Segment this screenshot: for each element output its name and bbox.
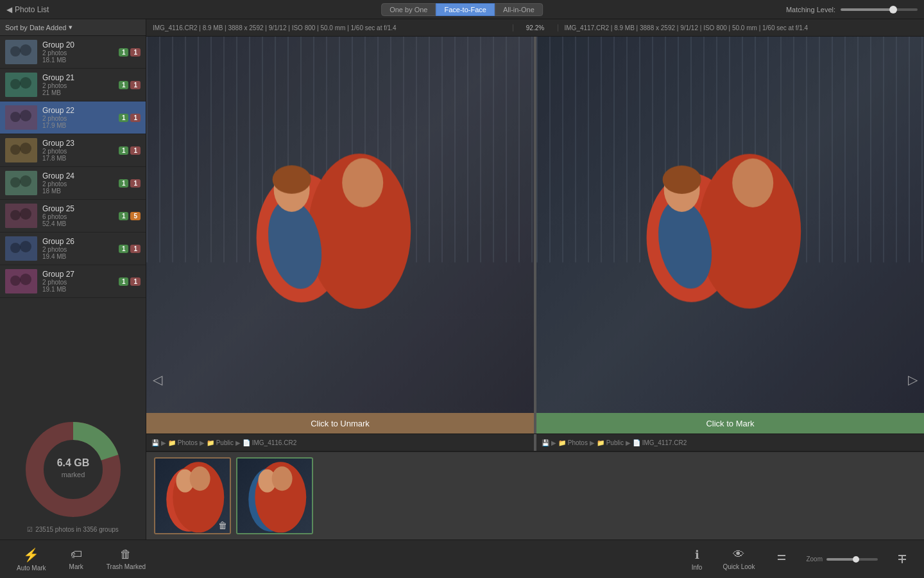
group-name-27: Group 27: [42, 270, 114, 279]
back-label: Photo List: [15, 5, 49, 14]
group-badges-23: 1 1: [119, 146, 141, 155]
zoom-decrease-button[interactable]: [766, 549, 797, 570]
match-percent: 92.2%: [513, 24, 558, 31]
zoom-increase-button[interactable]: [887, 549, 918, 570]
quick-look-button[interactable]: 👁 Quick Look: [714, 544, 764, 574]
mark-label: Mark: [69, 563, 83, 570]
group-size-25: 52.4 MB: [42, 220, 114, 227]
matching-level-slider[interactable]: [841, 8, 918, 11]
meta-right: IMG_4117.CR2 | 8.9 MB | 3888 x 2592 | 9/…: [558, 24, 925, 31]
auto-mark-label: Auto Mark: [17, 565, 46, 572]
left-path-hdd-icon: 💾: [151, 439, 159, 446]
sort-dropdown-icon: ▾: [69, 23, 73, 31]
matching-level-label: Matching Level:: [786, 6, 835, 13]
right-path-arrow-3: ▶: [626, 439, 631, 446]
badge2-27: 1: [130, 277, 141, 286]
left-arrow-indicator: ◁: [153, 372, 162, 387]
left-mark-bar[interactable]: Click to Unmark: [146, 413, 534, 434]
group-thumb-24: [5, 171, 37, 195]
group-thumb-27: [5, 269, 37, 293]
group-badges-24: 1 1: [119, 179, 141, 188]
view-mode-face-to-face[interactable]: Face-to-Face: [436, 3, 495, 16]
group-badges-22: 1 1: [119, 114, 141, 122]
sort-bar[interactable]: Sort by Date Added ▾: [0, 19, 146, 36]
back-arrow-icon: ◀: [6, 5, 12, 14]
group-photos-26: 2 photos: [42, 246, 114, 253]
mark-icon: 🏷: [71, 548, 82, 561]
matching-level-control: Matching Level:: [786, 6, 918, 13]
zoom-increase-icon: [896, 553, 909, 566]
right-photo-pane: ▷ Click to Mark: [536, 37, 924, 434]
group-info-20: Group 20 2 photos 18.1 MB: [42, 40, 114, 64]
thumb-canvas-1: [237, 459, 312, 533]
view-mode-all-in-one[interactable]: All-in-One: [495, 3, 543, 16]
group-info-22: Group 22 2 photos 17.9 MB: [42, 106, 114, 129]
left-path-file: 📄 IMG_4116.CR2: [243, 439, 296, 446]
photo-count-text: 23515 photos in 3356 groups: [35, 526, 119, 533]
group-photos-22: 2 photos: [42, 115, 114, 122]
badge1-27: 1: [119, 277, 129, 286]
top-bar: ◀ Photo List One by One Face-to-Face All…: [0, 0, 924, 19]
view-mode-selector: One by One Face-to-Face All-in-One: [381, 3, 543, 16]
group-photos-24: 2 photos: [42, 180, 114, 188]
badge1-21: 1: [119, 81, 129, 89]
left-photo-canvas: [146, 37, 534, 413]
badge2-26: 1: [130, 245, 141, 253]
group-item-24[interactable]: Group 24 2 photos 18 MB1 1: [0, 167, 146, 200]
bottom-toolbar: ⚡ Auto Mark 🏷 Mark 🗑 Trash Marked ℹ Info…: [0, 539, 924, 578]
path-bar: 💾 ▶ 📁 Photos ▶ 📁 Public ▶ 📄 IMG_4116.CR2…: [146, 434, 924, 451]
sort-label: Sort by Date Added: [5, 24, 66, 31]
group-photos-23: 2 photos: [42, 148, 114, 155]
group-item-20[interactable]: Group 20 2 photos 18.1 MB1 1: [0, 36, 146, 69]
badge1-22: 1: [119, 114, 129, 122]
group-item-23[interactable]: Group 23 2 photos 17.8 MB1 1: [0, 134, 146, 167]
info-icon: ℹ: [695, 548, 699, 562]
svg-rect-4: [778, 559, 785, 560]
group-name-22: Group 22: [42, 106, 114, 115]
group-info-27: Group 27 2 photos 19.1 MB: [42, 270, 114, 293]
group-name-23: Group 23: [42, 139, 114, 148]
view-mode-one-by-one[interactable]: One by One: [381, 3, 436, 16]
right-mark-bar[interactable]: Click to Mark: [536, 413, 924, 434]
group-size-26: 19.4 MB: [42, 253, 114, 260]
quick-look-label: Quick Look: [723, 563, 755, 570]
right-path-arrow-2: ▶: [590, 439, 595, 446]
group-size-24: 18 MB: [42, 188, 114, 195]
group-size-20: 18.1 MB: [42, 57, 114, 64]
group-name-26: Group 26: [42, 237, 114, 246]
sidebar: Sort by Date Added ▾ Group 20 2 photos 1…: [0, 19, 146, 539]
thumb-item-0[interactable]: 🗑: [154, 457, 231, 534]
badge2-22: 1: [130, 114, 141, 122]
right-photo-bg: ▷: [536, 37, 924, 413]
badge1-20: 1: [119, 48, 129, 57]
right-photo-canvas: [536, 37, 924, 413]
right-path-folder-2: 📁 Public: [597, 439, 624, 446]
info-button[interactable]: ℹ Info: [683, 544, 712, 575]
group-item-26[interactable]: Group 26 2 photos 19.4 MB1 1: [0, 232, 146, 265]
group-item-25[interactable]: Group 25 6 photos 52.4 MB1 5: [0, 200, 146, 232]
group-item-27[interactable]: Group 27 2 photos 19.1 MB1 1: [0, 265, 146, 298]
zoom-slider-area: Zoom: [800, 552, 884, 566]
group-list: Group 20 2 photos 18.1 MB1 1Group 21 2 p…: [0, 36, 146, 412]
group-thumb-25: [5, 204, 37, 228]
quick-look-icon: 👁: [733, 548, 744, 561]
meta-left: IMG_4116.CR2 | 8.9 MB | 3888 x 2592 | 9/…: [146, 24, 513, 31]
zoom-slider[interactable]: [826, 558, 878, 561]
group-name-21: Group 21: [42, 73, 114, 82]
right-path: 💾 ▶ 📁 Photos ▶ 📁 Public ▶ 📄 IMG_4117.CR2: [536, 434, 924, 450]
group-badges-27: 1 1: [119, 277, 141, 286]
left-photo-pane: ◁ Click to Unmark: [146, 37, 536, 434]
trash-marked-button[interactable]: 🗑 Trash Marked: [96, 544, 156, 574]
group-item-21[interactable]: Group 21 2 photos 21 MB1 1: [0, 69, 146, 101]
thumb-item-1[interactable]: [236, 457, 313, 534]
back-button[interactable]: ◀ Photo List: [6, 5, 49, 14]
zoom-label: Zoom: [806, 556, 823, 563]
group-thumb-26: [5, 236, 37, 261]
group-badges-26: 1 1: [119, 245, 141, 253]
group-info-23: Group 23 2 photos 17.8 MB: [42, 139, 114, 162]
toolbar-right: ℹ Info 👁 Quick Look Zoom: [683, 544, 918, 575]
group-item-22[interactable]: Group 22 2 photos 17.9 MB1 1: [0, 101, 146, 134]
badge2-24: 1: [130, 179, 141, 188]
auto-mark-button[interactable]: ⚡ Auto Mark: [6, 543, 56, 575]
mark-button[interactable]: 🏷 Mark: [59, 544, 94, 574]
